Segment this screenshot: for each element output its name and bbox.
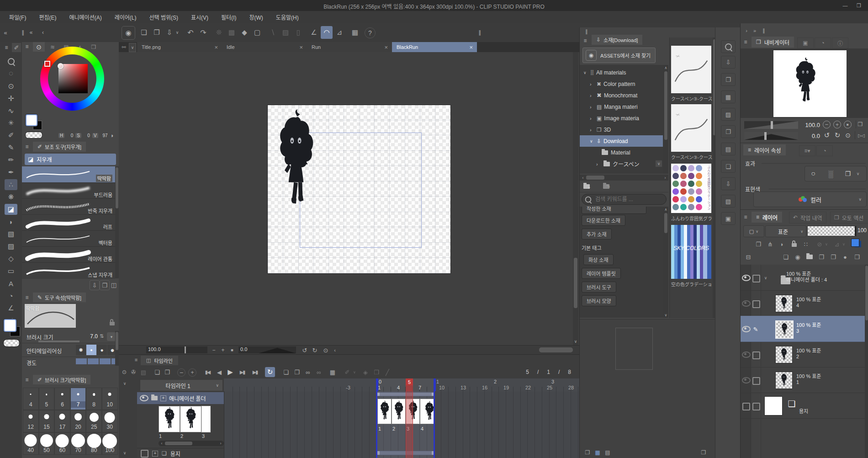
pen-tab-icon[interactable]: ✐ xyxy=(12,43,21,52)
subtool-item-hard[interactable]: 딱딱함 xyxy=(22,166,115,182)
tag-layer-template[interactable]: 레이어 템플릿 xyxy=(582,268,621,279)
tags-scroll-thumb[interactable] xyxy=(664,213,667,233)
size-cell-30[interactable]: 30 xyxy=(102,410,118,432)
apply-mask-button[interactable]: ❒ xyxy=(852,252,862,262)
layer-checkbox[interactable] xyxy=(752,300,760,308)
nav-zoom-handle[interactable] xyxy=(771,121,773,129)
subtool-menu-icon[interactable]: ≡ xyxy=(23,143,31,150)
blend-tool[interactable]: ◗ xyxy=(5,216,17,227)
subtool-scroll-thumb[interactable] xyxy=(116,167,118,208)
nav-zoom-value[interactable]: 100.0 xyxy=(800,122,820,128)
layer-checkbox[interactable] xyxy=(752,351,760,359)
brush-size-mini-slider[interactable] xyxy=(38,341,79,342)
tree-arrow-icon[interactable]: › xyxy=(590,127,594,133)
brush-tool[interactable]: ✒ xyxy=(5,167,17,178)
eye-icon[interactable] xyxy=(140,395,148,401)
subtool-item-kneaded[interactable]: 반죽 지우개 xyxy=(22,198,115,215)
unlink-cel-button[interactable]: ∞ xyxy=(314,367,323,377)
tree-scroll-thumb[interactable] xyxy=(664,71,667,140)
tree-arrow-icon[interactable]: ∨ xyxy=(590,139,594,144)
tree-scrollbar[interactable]: ∧ xyxy=(663,65,668,174)
doc-tab-blackrun[interactable]: BlackRun × xyxy=(392,42,477,52)
subtool-item-snap[interactable]: 스냅 지우개 xyxy=(22,262,115,279)
layer-thumbnail[interactable] xyxy=(775,320,794,339)
fill-ref-button[interactable]: ▨ xyxy=(280,26,291,39)
tree-h-thumb[interactable] xyxy=(586,176,604,180)
link-cel-button[interactable]: ∞ xyxy=(303,367,312,377)
material-thumb-palette[interactable]: ふんわり雰囲気グラデーション xyxy=(671,164,711,213)
maximize-button[interactable]: ❒ xyxy=(852,0,865,11)
hardness-seg-2[interactable] xyxy=(88,358,99,364)
snap-ruler-button[interactable]: ∠ xyxy=(308,26,320,39)
canvas-v-thumb[interactable] xyxy=(574,258,577,308)
tab-item-bank[interactable]: ◔ xyxy=(815,37,831,48)
new-cel2-button[interactable]: ❐ xyxy=(292,367,302,377)
lock-transparent-button[interactable]: ◗ xyxy=(777,239,787,249)
layer-row-4[interactable]: 100 % 표준 4 xyxy=(741,290,865,316)
new-cel-button[interactable]: ❏ xyxy=(281,367,291,377)
eye-icon[interactable] xyxy=(742,326,751,332)
color-panel-menu-icon[interactable]: ≡ xyxy=(23,43,31,50)
canvas-v-scrollbar[interactable]: ∨ xyxy=(573,52,578,345)
tree-arrow-icon[interactable]: › xyxy=(590,104,594,110)
sv-marker[interactable] xyxy=(58,63,64,69)
collapse-left2-icon[interactable]: « xyxy=(27,28,35,37)
go-first-frame-button[interactable]: ▮◀ xyxy=(202,367,213,377)
new-raster-layer-button[interactable]: ❏ xyxy=(781,252,791,262)
rotate-ccw-button[interactable]: ↺ xyxy=(301,346,309,354)
frame-ref-button[interactable]: ▯ xyxy=(292,26,304,39)
copy-subtool-button[interactable]: ❐ xyxy=(100,280,110,290)
paper-thumbnail[interactable] xyxy=(764,396,783,415)
materials-paste-button[interactable]: ❐ xyxy=(699,448,708,457)
rotate-cw-button[interactable]: ↻ xyxy=(311,346,319,354)
subtool-item-rough[interactable]: 러프 xyxy=(22,214,115,231)
menu-file[interactable]: 파일(F) xyxy=(9,13,26,21)
go-last-frame-button[interactable]: ▶▮ xyxy=(249,367,260,377)
panel-icon-film[interactable]: ▧ xyxy=(721,195,736,208)
subtool-group-eraser[interactable]: ◪ 지우개 xyxy=(25,154,116,165)
layer-checkbox[interactable] xyxy=(752,377,760,385)
tab-information[interactable]: ⓘ xyxy=(832,37,848,48)
nav-rotate-ccw-icon[interactable]: ↺ xyxy=(823,131,831,139)
rotation-slider[interactable] xyxy=(259,346,296,353)
help-button[interactable]: ? xyxy=(365,27,376,38)
nav-fit-icon[interactable]: ❐ xyxy=(856,120,864,128)
material-drop-target[interactable] xyxy=(615,328,653,370)
tag-created[interactable]: 작성한 소재 xyxy=(582,207,646,214)
close-tab-icon[interactable]: × xyxy=(380,44,392,51)
layer-row-paper[interactable]: ❏ 용지 xyxy=(741,393,865,419)
hardness-seg-3[interactable] xyxy=(100,358,111,364)
nav-zoom-slider[interactable] xyxy=(744,121,798,129)
delete-subtool-button[interactable]: ◫ xyxy=(110,280,118,289)
delete-cel-button[interactable]: ◈ xyxy=(361,367,370,377)
edit-track-chevron-icon[interactable]: ∨ xyxy=(352,367,357,377)
nav-rotate-cw-icon[interactable]: ↻ xyxy=(833,131,842,139)
auto-action-tab[interactable]: ❒ 오토 액션 xyxy=(830,212,868,224)
selection-tool[interactable]: ∿ xyxy=(5,105,17,116)
toolprop-scrollbar[interactable] xyxy=(115,331,119,366)
pencil-tool[interactable]: ✏ xyxy=(5,154,17,165)
clip-to-layer-button[interactable]: ❐ xyxy=(753,239,763,249)
panel-icon-save[interactable]: ⇩ xyxy=(721,177,736,190)
nav-zoom-out-icon[interactable]: − xyxy=(823,121,831,128)
tree-item-kuspen-folder[interactable]: › クースペン ∨ xyxy=(580,158,663,170)
enable-mask-button[interactable]: ∷ xyxy=(801,239,811,249)
opacity-handle[interactable] xyxy=(855,226,856,236)
zoom-fit-button[interactable]: ■ xyxy=(228,346,236,354)
tab-layer-prop-2[interactable]: ≡▾ xyxy=(799,145,815,156)
size-cell-20[interactable]: 20 xyxy=(70,410,86,432)
move-layer-tool[interactable]: ✛ xyxy=(5,93,17,104)
menu-view[interactable]: 표시(V) xyxy=(191,13,208,21)
tags-scrollbar[interactable]: ∧ ∨ xyxy=(663,207,668,318)
close-tab-icon[interactable]: × xyxy=(295,44,307,51)
ruler-tool[interactable]: ∠ xyxy=(5,303,17,314)
subtool-scrollbar[interactable] xyxy=(115,166,119,278)
zoom-slider-thumb[interactable] xyxy=(185,346,186,353)
redo-button[interactable]: ↷ xyxy=(197,26,209,39)
size-cell-15[interactable]: 15 xyxy=(39,410,55,432)
layers-scroll-thumb[interactable] xyxy=(865,266,868,320)
download-panel-icon[interactable]: ⇩ xyxy=(721,56,736,69)
layer-thumbnail[interactable] xyxy=(775,346,793,363)
menu-selection[interactable]: 선택 범위(S) xyxy=(149,13,178,21)
playhead-line-ruler[interactable] xyxy=(406,385,413,391)
